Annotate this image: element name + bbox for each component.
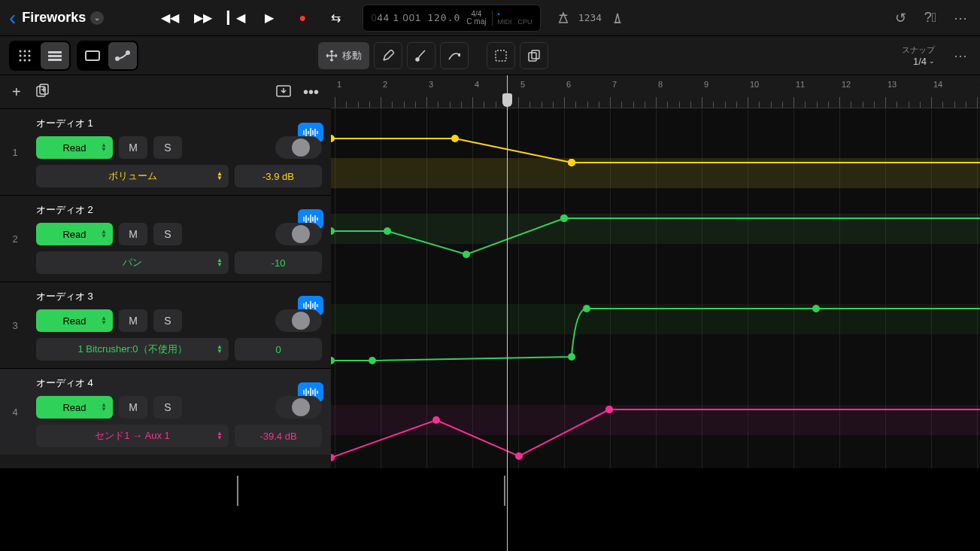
mute-button[interactable]: M bbox=[119, 223, 147, 245]
automation-param-button[interactable]: パン▲▼ bbox=[36, 251, 229, 274]
record-button[interactable]: ● bbox=[287, 5, 317, 32]
playhead[interactable] bbox=[507, 75, 508, 551]
automation-point[interactable] bbox=[583, 305, 590, 312]
automation-value-button[interactable]: -39.4 dB bbox=[235, 425, 322, 447]
track-slider[interactable] bbox=[275, 223, 322, 245]
automation-lane[interactable] bbox=[331, 286, 980, 375]
slider-knob-icon[interactable] bbox=[292, 139, 310, 157]
solo-button[interactable]: S bbox=[153, 396, 182, 419]
automation-mode-button[interactable]: Read▲▼ bbox=[36, 396, 113, 419]
rewind-button[interactable]: ◀◀ bbox=[155, 5, 185, 32]
automation-point[interactable] bbox=[568, 159, 575, 166]
automation-point[interactable] bbox=[369, 357, 376, 364]
mute-button[interactable]: M bbox=[119, 136, 147, 159]
tool-bar: 移動 スナップ 1/4⌄ ⋯ bbox=[0, 36, 980, 75]
grid-view-icon[interactable] bbox=[11, 42, 39, 69]
track-name-label[interactable]: オーディオ 4 bbox=[36, 376, 322, 390]
automation-value-button[interactable]: -3.9 dB bbox=[235, 165, 322, 187]
slider-knob-icon[interactable] bbox=[292, 398, 310, 416]
cycle-button[interactable]: ⇆ bbox=[320, 5, 350, 32]
track-more-icon[interactable]: ••• bbox=[303, 84, 319, 101]
svg-point-11 bbox=[29, 59, 31, 61]
snap-label: スナップ bbox=[902, 44, 935, 56]
more-icon[interactable]: ⋯ bbox=[950, 8, 971, 29]
metronome-icon[interactable] bbox=[607, 8, 628, 29]
solo-button[interactable]: S bbox=[153, 309, 182, 332]
list-view-icon[interactable] bbox=[41, 42, 69, 69]
automation-mode-button[interactable]: Read▲▼ bbox=[36, 223, 113, 245]
solo-button[interactable]: S bbox=[153, 223, 182, 245]
automation-lane[interactable] bbox=[331, 108, 980, 197]
bottom-scrubber[interactable] bbox=[0, 468, 980, 551]
svg-point-19 bbox=[459, 53, 461, 56]
automation-point[interactable] bbox=[812, 305, 820, 312]
track-header[interactable]: 2 オーディオ 2 Read▲▼ M S パン▲▼ -10 bbox=[0, 195, 331, 282]
duplicate-track-icon[interactable] bbox=[36, 84, 50, 101]
snap-control[interactable]: スナップ 1/4⌄ bbox=[902, 44, 935, 67]
mute-button[interactable]: M bbox=[119, 396, 147, 419]
automation-lane[interactable] bbox=[331, 375, 980, 464]
go-to-start-button[interactable]: ▎◀ bbox=[221, 5, 251, 32]
track-slider[interactable] bbox=[275, 136, 322, 159]
move-tool-button[interactable]: 移動 bbox=[318, 42, 369, 69]
track-number: 1 bbox=[0, 109, 30, 195]
back-chevron-icon[interactable]: ‹ bbox=[9, 6, 16, 30]
automation-value-button[interactable]: 0 bbox=[235, 338, 322, 361]
svg-marker-0 bbox=[559, 13, 567, 23]
playhead-handle-icon[interactable] bbox=[502, 93, 512, 107]
fast-forward-button[interactable]: ▶▶ bbox=[188, 5, 218, 32]
track-header[interactable]: 1 オーディオ 1 Read▲▼ M S ボリューム▲▼ -3.9 dB bbox=[0, 108, 331, 195]
chevron-down-icon: ⌄ bbox=[929, 57, 935, 65]
pencil-tool-icon[interactable] bbox=[374, 42, 402, 69]
automation-point[interactable] bbox=[560, 215, 568, 222]
svg-point-9 bbox=[20, 59, 22, 61]
automation-point[interactable] bbox=[568, 353, 575, 361]
copy-icon[interactable] bbox=[520, 42, 548, 69]
track-name-label[interactable]: オーディオ 2 bbox=[36, 203, 322, 217]
toolbar-more-icon[interactable]: ⋯ bbox=[950, 45, 971, 66]
automation-curve-icon[interactable] bbox=[108, 42, 137, 69]
track-slider[interactable] bbox=[275, 309, 322, 332]
brush-tool-icon[interactable] bbox=[407, 42, 435, 69]
automation-lane[interactable] bbox=[331, 197, 980, 286]
automation-point[interactable] bbox=[463, 251, 470, 258]
automation-mode-button[interactable]: Read▲▼ bbox=[36, 136, 113, 159]
play-button[interactable]: ▶ bbox=[254, 5, 284, 32]
automation-point[interactable] bbox=[384, 227, 391, 235]
automation-point[interactable] bbox=[515, 452, 523, 460]
undo-icon[interactable]: ↺ bbox=[890, 8, 911, 29]
automation-point[interactable] bbox=[605, 406, 613, 413]
lcd-display[interactable]: 044 1 001 120.0 4/4 C maj • MIDICPU bbox=[363, 5, 540, 32]
project-title[interactable]: Fireworks ⌄ bbox=[22, 10, 104, 26]
ruler[interactable]: 123456789101112131415 bbox=[331, 75, 980, 108]
track-slider[interactable] bbox=[275, 396, 322, 419]
scrub-marker[interactable] bbox=[504, 476, 505, 506]
automation-param-button[interactable]: 1 Bitcrusher:0（不使用）▲▼ bbox=[36, 338, 229, 361]
chevron-down-icon[interactable]: ⌄ bbox=[90, 11, 104, 25]
automation-point[interactable] bbox=[451, 135, 459, 142]
track-name-label[interactable]: オーディオ 1 bbox=[36, 117, 322, 130]
track-name-label[interactable]: オーディオ 3 bbox=[36, 290, 322, 303]
track-header[interactable]: 3 オーディオ 3 Read▲▼ M S 1 Bitcrusher:0（不使用）… bbox=[0, 282, 331, 368]
mute-button[interactable]: M bbox=[119, 309, 147, 332]
automation-value-button[interactable]: -10 bbox=[235, 251, 322, 274]
select-all-icon[interactable] bbox=[487, 42, 515, 69]
slider-knob-icon[interactable] bbox=[292, 312, 310, 330]
region-icon[interactable] bbox=[78, 42, 107, 69]
automation-point[interactable] bbox=[432, 416, 440, 424]
track-number: 4 bbox=[0, 369, 30, 455]
track-header[interactable]: 4 オーディオ 4 Read▲▼ M S センド1 → Aux 1▲▼ -39.… bbox=[0, 368, 331, 455]
help-icon[interactable]: ?⃝ bbox=[920, 8, 941, 29]
add-track-icon[interactable]: + bbox=[12, 84, 21, 101]
automation-mode-button[interactable]: Read▲▼ bbox=[36, 309, 113, 332]
solo-button[interactable]: S bbox=[153, 136, 182, 159]
scrub-marker[interactable] bbox=[237, 476, 238, 506]
ruler-number: 8 bbox=[658, 80, 663, 89]
import-icon[interactable] bbox=[276, 84, 291, 101]
curve-tool-icon[interactable] bbox=[440, 42, 469, 69]
automation-param-button[interactable]: センド1 → Aux 1▲▼ bbox=[36, 425, 229, 447]
countdown-icon[interactable]: 1234 bbox=[580, 8, 601, 29]
slider-knob-icon[interactable] bbox=[292, 225, 310, 243]
automation-param-button[interactable]: ボリューム▲▼ bbox=[36, 165, 229, 187]
tuner-icon[interactable] bbox=[553, 8, 574, 29]
